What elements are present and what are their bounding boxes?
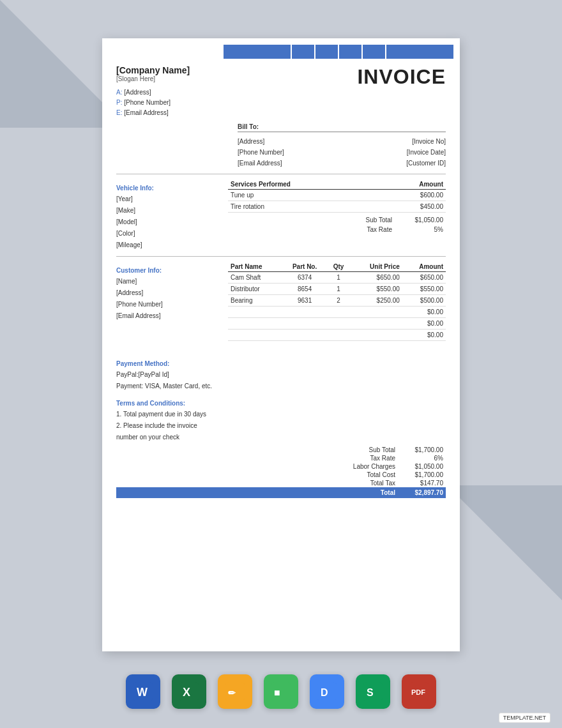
part-unit-price	[350, 307, 402, 318]
word-icon[interactable]: W	[126, 674, 160, 709]
customer-address: [Address]	[116, 287, 219, 299]
terms-line1: 1. Total payment due in 30 days	[116, 409, 219, 420]
vehicle-model: [Model]	[116, 216, 219, 228]
part-row: Bearing 9631 2 $250.00 $500.00	[228, 295, 446, 307]
amount-col-header: Amount	[378, 179, 446, 190]
part-qty: 1	[327, 272, 351, 284]
summary-taxrate-value: 6%	[402, 455, 443, 462]
part-amount: $0.00	[402, 318, 446, 330]
pdf-icon[interactable]: PDF	[402, 674, 436, 709]
company-phone: P: [Phone Number]	[116, 98, 190, 108]
summary-taxrate-label: Tax Rate	[338, 455, 402, 462]
gsheets-icon[interactable]: S	[356, 674, 390, 709]
part-row: $0.00	[228, 330, 446, 341]
services-col-header: Services Performed	[228, 179, 378, 190]
part-name: Bearing	[228, 295, 283, 307]
payment-label: Payment Method:	[116, 360, 219, 367]
service-row: Tune up$600.00	[228, 190, 446, 201]
services-section: Vehicle Info: [Year] [Make] [Model] [Col…	[116, 179, 446, 251]
numbers-icon[interactable]: ■	[264, 674, 298, 709]
summary-labor: Labor Charges $1,050.00	[116, 462, 446, 471]
customer-id: [Customer ID]	[406, 158, 446, 169]
address-value: [Address]	[124, 89, 151, 96]
service-row: Tire rotation$450.00	[228, 201, 446, 213]
invoice-title: INVOICE	[357, 65, 446, 89]
summary-section: Sub Total $1,700.00 Tax Rate 6% Labor Ch…	[116, 446, 446, 498]
part-amount: $0.00	[402, 330, 446, 341]
email-label: E:	[116, 109, 122, 116]
bill-to-line	[238, 132, 446, 132]
part-no-header: Part No.	[283, 262, 327, 272]
part-name: Cam Shaft	[228, 272, 283, 284]
header-seg-1	[224, 45, 291, 59]
customer-info-label: Customer Info:	[116, 267, 219, 274]
part-name	[228, 307, 283, 318]
part-no	[283, 307, 327, 318]
summary-subtotal-value: $1,700.00	[402, 446, 443, 453]
customer-phone: [Phone Number]	[116, 299, 219, 310]
services-subtotal-row: Sub Total $1,050.00	[228, 215, 446, 225]
part-row: Distributor 8654 1 $550.00 $550.00	[228, 284, 446, 295]
template-badge: TEMPLATE.NET	[499, 713, 551, 723]
summary-total: Total $2,897.70	[116, 487, 446, 498]
bill-to-details: [Address] [Phone Number] [Email Address]…	[238, 136, 446, 169]
vehicle-mileage: [Mileage]	[116, 239, 219, 251]
excel-icon[interactable]: X	[172, 674, 206, 709]
bill-to-email: [Email Address]	[238, 158, 284, 169]
pages-icon[interactable]: ✏	[218, 674, 252, 709]
header-seg-5	[363, 45, 385, 59]
payment-cards: Payment: VISA, Master Card, etc.	[116, 381, 219, 392]
service-name: Tune up	[228, 190, 378, 201]
invoice-page: [Company Name] [Slogan Here] A: [Address…	[102, 38, 460, 651]
summary-labor-value: $1,050.00	[402, 463, 443, 470]
summary-subtotal: Sub Total $1,700.00	[116, 446, 446, 454]
part-unit-price: $250.00	[350, 295, 402, 307]
customer-col: Customer Info: [Name] [Address] [Phone N…	[116, 262, 228, 443]
svg-text:✏: ✏	[228, 688, 236, 698]
vehicle-col: Vehicle Info: [Year] [Make] [Model] [Col…	[116, 179, 228, 251]
qty-header: Qty	[327, 262, 351, 272]
subtotal-label: Sub Total	[365, 216, 392, 224]
phone-value: [Phone Number]	[124, 99, 171, 106]
parts-amount-header: Amount	[402, 262, 446, 272]
part-no: 9631	[283, 295, 327, 307]
parts-section: Customer Info: [Name] [Address] [Phone N…	[116, 262, 446, 443]
header-seg-6	[386, 45, 453, 59]
services-taxrate-row: Tax Rate 5%	[228, 225, 446, 234]
vehicle-year: [Year]	[116, 193, 219, 205]
part-name-header: Part Name	[228, 262, 283, 272]
taxrate-label: Tax Rate	[367, 226, 392, 233]
part-unit-price	[350, 330, 402, 341]
parts-table: Part Name Part No. Qty Unit Price Amount…	[228, 262, 446, 341]
invoice-no: [Invoice No]	[406, 136, 446, 147]
services-col: Services Performed Amount Tune up$600.00…	[228, 179, 446, 251]
vehicle-color: [Color]	[116, 228, 219, 239]
parts-col: Part Name Part No. Qty Unit Price Amount…	[228, 262, 446, 443]
bill-to-left: [Address] [Phone Number] [Email Address]	[238, 136, 284, 169]
part-no: 8654	[283, 284, 327, 295]
email-value: [Email Address]	[124, 109, 168, 116]
summary-totaltax-value: $147.70	[402, 480, 443, 487]
summary-totalcost-value: $1,700.00	[402, 471, 443, 478]
blue-header-bar	[224, 45, 453, 59]
bill-to-right: [Invoice No] [Invoice Date] [Customer ID…	[406, 136, 446, 169]
summary-totaltax-label: Total Tax	[338, 480, 402, 487]
bg-decoration-right	[447, 485, 562, 600]
svg-text:W: W	[137, 686, 148, 699]
summary-taxrate: Tax Rate 6%	[116, 454, 446, 462]
gdocs-icon[interactable]: D	[310, 674, 344, 709]
divider-1	[116, 174, 446, 174]
header-seg-4	[339, 45, 361, 59]
customer-email: [Email Address]	[116, 310, 219, 322]
service-amount: $450.00	[378, 201, 446, 213]
part-qty: 2	[327, 295, 351, 307]
unit-price-header: Unit Price	[350, 262, 402, 272]
part-qty	[327, 330, 351, 341]
part-qty	[327, 307, 351, 318]
summary-total-value: $2,897.70	[402, 489, 443, 496]
payment-paypal: PayPal:[PayPal Id]	[116, 369, 219, 381]
address-label: A:	[116, 89, 122, 96]
header-seg-3	[315, 45, 338, 59]
part-amount: $0.00	[402, 307, 446, 318]
summary-total-label: Total	[338, 489, 402, 496]
